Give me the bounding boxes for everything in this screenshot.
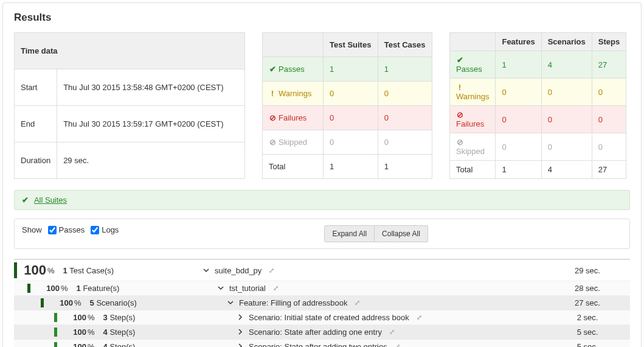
passes-cases: 1 [378, 57, 432, 82]
warnings-label-2: Warnings [456, 92, 489, 101]
skipped-cases: 0 [378, 130, 432, 155]
total-label: Total [263, 155, 324, 179]
suites-cases-table: Test Suites Test Cases ✔Passes 1 1 !Warn… [262, 32, 432, 179]
total-cases: 1 [378, 155, 432, 179]
passes-checkbox-label[interactable]: Passes [48, 225, 85, 234]
passes-checkbox[interactable] [48, 226, 57, 234]
skipped-label-2: Skipped [456, 147, 485, 156]
failures-steps: 0 [592, 106, 626, 133]
chevron-right-icon[interactable] [237, 328, 244, 337]
show-group: Show Passes Logs [22, 225, 119, 234]
status-bar-pass [54, 342, 57, 347]
status-bar-pass [14, 262, 17, 278]
col-features: Features [496, 33, 541, 51]
chevron-right-icon[interactable] [237, 342, 244, 347]
expand-icon[interactable]: ⤢ [389, 328, 395, 336]
passes-steps: 27 [592, 51, 626, 79]
scenario-time: 2 sec. [557, 313, 630, 322]
all-suites-link[interactable]: All Suites [34, 195, 67, 205]
passes-label: Passes [279, 65, 305, 74]
skipped-features: 0 [496, 133, 541, 161]
passes-features: 1 [496, 51, 541, 79]
total-label-2: Total [450, 161, 496, 179]
total-steps: 27 [592, 161, 626, 179]
results-panel: Results Time data Start Thu Jul 30 2015 … [2, 2, 642, 347]
expand-icon[interactable]: ⤢ [395, 343, 400, 347]
passes-suites: 1 [324, 57, 378, 82]
col-scenarios: Scenarios [541, 33, 592, 51]
check-icon: ✔ [269, 65, 276, 74]
failures-label-2: Failures [456, 119, 484, 128]
scenario-time: 5 sec. [557, 342, 630, 347]
start-label: Start [15, 69, 57, 106]
chevron-down-icon[interactable] [227, 298, 234, 307]
warning-icon: ! [269, 89, 276, 98]
time-header: Time data [15, 33, 245, 69]
total-scenarios: 4 [541, 161, 592, 179]
failures-scenarios: 0 [541, 106, 592, 133]
warnings-features: 0 [496, 79, 541, 106]
tree-row-testcase[interactable]: 100 % 1 Feature(s) tst_tutorial ⤢ 28 sec… [14, 281, 630, 296]
scenario-name: Scenario: State after adding one entry [249, 328, 382, 337]
end-value: Thu Jul 30 2015 13:59:17 GMT+0200 (CEST) [57, 106, 245, 142]
expand-icon[interactable]: ⤢ [269, 267, 274, 275]
expand-all-button[interactable]: Expand All [324, 225, 375, 242]
features-scenarios-steps-table: Features Scenarios Steps ✔Passes 1 4 27 … [449, 32, 626, 179]
status-bar-pass [41, 298, 44, 307]
chevron-down-icon[interactable] [203, 266, 210, 275]
failures-cases: 0 [378, 106, 432, 130]
feature-name: Feature: Filling of addressbook [239, 298, 347, 307]
results-tree: 100% 1 Test Case(s) suite_bdd_py ⤢ 29 se… [14, 259, 630, 347]
warnings-suites: 0 [324, 82, 378, 106]
status-bar-pass [54, 313, 57, 322]
start-value: Thu Jul 30 2015 13:58:48 GMT+0200 (CEST) [57, 69, 245, 106]
status-bar-pass [27, 284, 30, 293]
tree-row-scenario[interactable]: 100 % 4 Step(s) Scenario: State after ad… [14, 325, 630, 340]
suite-time: 29 sec. [557, 266, 630, 275]
skip-icon: ⊘ [456, 138, 463, 147]
testcase-pct: 100 [36, 284, 60, 293]
error-icon: ⊘ [269, 113, 276, 122]
tree-row-scenario[interactable]: 100 % 3 Step(s) Scenario: Initial state … [14, 310, 630, 325]
controls-bar: Show Passes Logs Expand All Collapse All [14, 219, 630, 249]
logs-checkbox[interactable] [91, 226, 99, 234]
skipped-scenarios: 0 [541, 133, 592, 161]
duration-value: 29 sec. [57, 142, 245, 179]
feature-pct: 100 [50, 298, 73, 307]
logs-checkbox-label[interactable]: Logs [91, 225, 119, 234]
suite-name: suite_bdd_py [215, 266, 261, 275]
scenario-time: 5 sec. [557, 328, 630, 337]
expand-collapse-group: Expand All Collapse All [324, 225, 428, 242]
testcase-name: tst_tutorial [229, 284, 266, 293]
tree-row-feature[interactable]: 100 % 5 Scenario(s) Feature: Filling of … [14, 296, 630, 310]
chevron-right-icon[interactable] [237, 313, 244, 322]
page-title: Results [14, 12, 630, 24]
collapse-all-button[interactable]: Collapse All [375, 225, 428, 242]
total-features: 1 [496, 161, 541, 179]
status-bar-pass [54, 328, 57, 337]
failures-suites: 0 [324, 106, 378, 130]
expand-icon[interactable]: ⤢ [417, 314, 422, 321]
expand-icon[interactable]: ⤢ [355, 299, 360, 307]
col-test-cases: Test Cases [378, 33, 432, 57]
expand-icon[interactable]: ⤢ [273, 284, 279, 292]
col-test-suites: Test Suites [324, 33, 378, 57]
warnings-steps: 0 [592, 79, 626, 106]
check-icon: ✔ [22, 195, 29, 205]
check-icon: ✔ [456, 55, 463, 65]
warnings-scenarios: 0 [541, 79, 592, 106]
passes-label-2: Passes [456, 65, 482, 74]
feature-time: 27 sec. [557, 298, 630, 307]
warnings-cases: 0 [378, 82, 432, 106]
failures-label: Failures [279, 113, 306, 122]
suite-pct: 100 [23, 262, 46, 278]
tree-row-scenario[interactable]: 100 % 4 Step(s) Scenario: State after ad… [14, 340, 630, 347]
chevron-down-icon[interactable] [217, 284, 224, 293]
tree-row-suite[interactable]: 100% 1 Test Case(s) suite_bdd_py ⤢ 29 se… [14, 259, 630, 281]
testcase-time: 28 sec. [557, 284, 630, 293]
failures-features: 0 [496, 106, 541, 133]
skipped-label: Skipped [279, 138, 307, 147]
col-steps: Steps [592, 33, 626, 51]
warnings-label: Warnings [279, 89, 311, 98]
total-suites: 1 [324, 155, 378, 179]
